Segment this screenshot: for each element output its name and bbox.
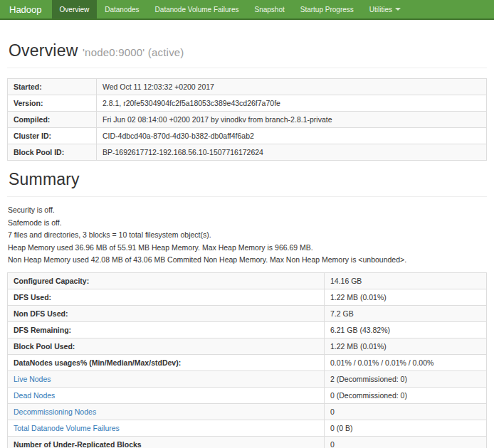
summary-label: Configured Capacity:	[8, 272, 325, 289]
summary-title: Summary	[9, 170, 487, 189]
summary-table: Configured Capacity: 14.16 GB DFS Used: …	[7, 272, 487, 448]
table-row: Non DFS Used: 7.2 GB	[8, 305, 487, 321]
summary-divider	[7, 196, 487, 197]
tab-startup-progress[interactable]: Startup Progress	[293, 0, 362, 18]
caret-down-icon	[395, 8, 401, 11]
summary-label: Non DFS Used:	[8, 305, 325, 321]
info-label: Compiled:	[8, 112, 97, 128]
tab-overview[interactable]: Overview	[52, 0, 98, 18]
info-label: Cluster ID:	[8, 128, 97, 144]
tab-snapshot[interactable]: Snapshot	[246, 0, 292, 18]
overview-info-table: Started: Wed Oct 11 12:03:32 +0200 2017 …	[7, 78, 487, 161]
summary-label: DataNodes usages% (Min/Median/Max/stdDev…	[8, 354, 325, 370]
table-row: Block Pool Used: 1.22 MB (0.01%)	[8, 338, 487, 354]
overview-title: Overview	[9, 41, 78, 60]
info-label: Block Pool ID:	[8, 144, 97, 161]
table-row: Configured Capacity: 14.16 GB	[8, 272, 487, 289]
info-value: CID-4dbcd40a-870d-4d30-b382-db0aff4f6ab2	[97, 128, 487, 144]
summary-value: 2 (Decommissioned: 0)	[325, 370, 487, 387]
summary-value: 0 (Decommissioned: 0)	[325, 387, 487, 403]
summary-value: 14.16 GB	[325, 272, 487, 289]
table-row: Started: Wed Oct 11 12:03:32 +0200 2017	[8, 79, 487, 95]
info-label: Version:	[8, 95, 97, 112]
summary-value: 0 (0 B)	[325, 420, 487, 436]
hadoop-brand[interactable]: Hadoop	[0, 0, 52, 18]
summary-label: Block Pool Used:	[8, 338, 325, 354]
summary-value: 1.22 MB (0.01%)	[325, 338, 487, 354]
tab-utilities-label: Utilities	[369, 6, 392, 14]
summary-value: 6.21 GB (43.82%)	[325, 321, 487, 338]
summary-value: 0	[325, 436, 487, 448]
safemode-status: Safemode is off.	[8, 219, 487, 227]
dead-nodes-link[interactable]: Dead Nodes	[14, 391, 55, 400]
summary-label: DFS Remaining:	[8, 321, 325, 338]
summary-value: 1.22 MB (0.01%)	[325, 289, 487, 305]
datanode-volume-failures-link[interactable]: Total Datanode Volume Failures	[14, 424, 120, 432]
table-row: DataNodes usages% (Min/Median/Max/stdDev…	[8, 354, 487, 370]
table-row: Live Nodes 2 (Decommissioned: 0)	[8, 370, 487, 387]
info-value: BP-1692617712-192.168.56.10-150771617262…	[97, 144, 487, 161]
title-divider	[7, 68, 487, 68]
summary-status-text: Security is off. Safemode is off. 7 file…	[7, 206, 487, 264]
table-row: Dead Nodes 0 (Decommissioned: 0)	[8, 387, 487, 403]
table-row: Total Datanode Volume Failures 0 (0 B)	[8, 420, 487, 436]
table-row: Cluster ID: CID-4dbcd40a-870d-4d30-b382-…	[8, 128, 487, 144]
tab-utilities[interactable]: Utilities	[362, 0, 409, 18]
tab-datanodes[interactable]: Datanodes	[97, 0, 147, 18]
non-heap-memory-status: Non Heap Memory used 42.08 MB of 43.06 M…	[8, 256, 487, 264]
tab-datanode-volume-failures[interactable]: Datanode Volume Failures	[147, 0, 247, 18]
table-row: Version: 2.8.1, r20fe5304904fc2f5a18053c…	[8, 95, 487, 112]
summary-value: 7.2 GB	[325, 305, 487, 321]
table-row: Block Pool ID: BP-1692617712-192.168.56.…	[8, 144, 487, 161]
table-row: Number of Under-Replicated Blocks 0	[8, 436, 487, 448]
table-row: DFS Used: 1.22 MB (0.01%)	[8, 289, 487, 305]
live-nodes-link[interactable]: Live Nodes	[14, 375, 51, 383]
security-status: Security is off.	[8, 206, 487, 214]
top-navbar: Hadoop Overview Datanodes Datanode Volum…	[0, 0, 494, 20]
page-content: Overview 'node0:9000' (active) Started: …	[0, 41, 494, 448]
filesystem-objects-status: 7 files and directories, 3 blocks = 10 t…	[8, 231, 487, 239]
info-value: 2.8.1, r20fe5304904fc2f5a18053c389e43cd2…	[97, 95, 487, 112]
decommissioning-nodes-link[interactable]: Decommissioning Nodes	[14, 407, 96, 416]
namenode-address: 'node0:9000' (active)	[83, 46, 184, 58]
summary-value: 0	[325, 403, 487, 420]
summary-label: DFS Used:	[8, 289, 325, 305]
summary-value: 0.01% / 0.01% / 0.01% / 0.00%	[325, 354, 487, 370]
info-label: Started:	[8, 79, 97, 95]
summary-label: Number of Under-Replicated Blocks	[8, 436, 325, 448]
info-value: Fri Jun 02 08:14:00 +0200 2017 by vinodk…	[97, 112, 487, 128]
table-row: DFS Remaining: 6.21 GB (43.82%)	[8, 321, 487, 338]
heap-memory-status: Heap Memory used 36.96 MB of 55.91 MB He…	[8, 244, 487, 252]
page-title: Overview 'node0:9000' (active)	[9, 41, 487, 60]
table-row: Decommissioning Nodes 0	[8, 403, 487, 420]
info-value: Wed Oct 11 12:03:32 +0200 2017	[97, 79, 487, 95]
table-row: Compiled: Fri Jun 02 08:14:00 +0200 2017…	[8, 112, 487, 128]
